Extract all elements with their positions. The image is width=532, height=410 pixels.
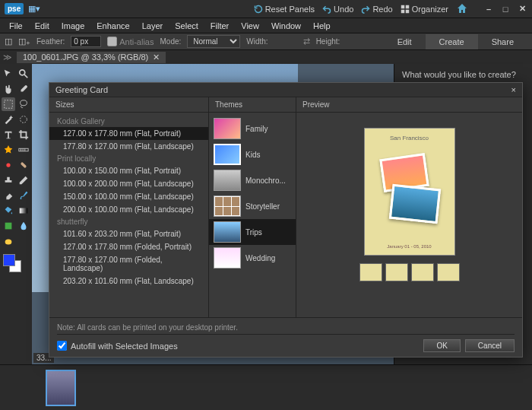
minimize-button[interactable]: –: [483, 4, 494, 14]
theme-label: Family: [245, 125, 268, 133]
themes-list[interactable]: FamilyKidsMonochro...StorytellerTripsWed…: [209, 113, 296, 317]
menu-file[interactable]: File: [3, 20, 29, 32]
size-group-label: Kodak Gallery: [49, 116, 208, 127]
selection-mode-icon[interactable]: ◫: [5, 37, 12, 46]
type-tool[interactable]: [2, 128, 15, 141]
feather-input[interactable]: [71, 36, 101, 47]
anti-alias-checkbox[interactable]: Anti-alias: [107, 37, 154, 46]
redeye-tool[interactable]: [2, 158, 15, 172]
mode-select[interactable]: Normal: [187, 35, 240, 48]
dialog-title-bar[interactable]: Greeting Card ×: [49, 83, 522, 97]
autofill-checkbox[interactable]: Autofill with Selected Images: [57, 341, 178, 351]
menu-layer[interactable]: Layer: [136, 20, 169, 32]
size-option[interactable]: 150.00 x 100.00 mm (Flat, Landscape): [49, 190, 208, 203]
preview-thumb[interactable]: [359, 263, 382, 281]
menu-enhance[interactable]: Enhance: [90, 20, 135, 32]
preview-header: Preview: [296, 97, 522, 113]
preview-thumb[interactable]: [385, 263, 408, 281]
cookie-cutter-tool[interactable]: [2, 143, 15, 157]
preview-photo-2: [388, 184, 440, 224]
tab-share[interactable]: Share: [478, 34, 527, 49]
marquee-tool[interactable]: [2, 97, 15, 111]
eyedropper-tool[interactable]: [17, 82, 30, 96]
tab-close-icon[interactable]: ✕: [153, 52, 160, 62]
doc-arrow-icon[interactable]: ≫: [3, 52, 12, 62]
selection-brush-tool[interactable]: [17, 113, 30, 126]
theme-option[interactable]: Storyteller: [209, 193, 296, 219]
theme-option[interactable]: Family: [209, 116, 296, 141]
size-option[interactable]: 200.00 x 100.00 mm (Flat, Landscape): [49, 203, 208, 216]
bucket-tool[interactable]: [2, 204, 15, 218]
zoom-tool[interactable]: [17, 67, 30, 81]
panel-menu-icon[interactable]: ▦▾: [28, 4, 40, 14]
tab-edit[interactable]: Edit: [384, 34, 426, 49]
lasso-tool[interactable]: [17, 97, 30, 111]
size-option[interactable]: 127.00 x 177.80 mm (Flat, Portrait): [49, 127, 208, 140]
tab-create[interactable]: Create: [426, 34, 478, 49]
size-option[interactable]: 100.00 x 200.00 mm (Flat, Landscape): [49, 177, 208, 190]
menu-edit[interactable]: Edit: [29, 20, 55, 32]
preview-card: San Francisco January 01 - 05, 2010: [364, 128, 455, 256]
move-tool[interactable]: [2, 67, 15, 81]
cancel-button[interactable]: Cancel: [465, 339, 515, 352]
theme-option[interactable]: Trips: [209, 219, 296, 245]
hand-tool[interactable]: [2, 82, 15, 96]
color-swatches[interactable]: [2, 254, 30, 274]
toolbox: [0, 64, 32, 364]
sizes-column: Sizes Kodak Gallery127.00 x 177.80 mm (F…: [49, 97, 209, 317]
size-option[interactable]: 203.20 x 101.60 mm (Flat, Landscape): [49, 275, 208, 288]
menu-bar: FileEditImageEnhanceLayerSelectFilterVie…: [0, 18, 532, 33]
shape-tool[interactable]: [2, 219, 15, 233]
document-tab[interactable]: 100_0601.JPG @ 33,3% (RGB/8) ✕: [17, 52, 166, 63]
straighten-tool[interactable]: [17, 143, 30, 157]
sizes-list[interactable]: Kodak Gallery127.00 x 177.80 mm (Flat, P…: [49, 113, 208, 317]
menu-help[interactable]: Help: [307, 20, 337, 32]
svg-rect-0: [401, 5, 404, 8]
theme-option[interactable]: Kids: [209, 141, 296, 167]
organizer-button[interactable]: Organizer: [401, 5, 448, 14]
bin-thumbnail[interactable]: [46, 370, 76, 406]
size-option[interactable]: 101.60 x 203.20 mm (Flat, Portrait): [49, 227, 208, 240]
dialog-close-icon[interactable]: ×: [511, 85, 516, 94]
theme-label: Storyteller: [245, 202, 280, 211]
menu-view[interactable]: View: [235, 20, 265, 32]
preview-thumb[interactable]: [437, 263, 460, 281]
size-option[interactable]: 177.80 x 127.00 mm (Flat, Landscape): [49, 140, 208, 153]
sponge-tool[interactable]: [2, 234, 15, 248]
gradient-tool[interactable]: [17, 204, 30, 218]
theme-label: Wedding: [245, 254, 275, 262]
healing-tool[interactable]: [17, 158, 30, 172]
swap-icon[interactable]: ⇄: [303, 37, 310, 46]
selection-add-icon[interactable]: ◫₊: [18, 37, 30, 46]
theme-label: Trips: [245, 228, 262, 237]
svg-rect-5: [5, 100, 13, 109]
size-option[interactable]: 127.00 x 177.80 mm (Folded, Portrait): [49, 240, 208, 253]
reset-panels-button[interactable]: Reset Panels: [254, 5, 315, 14]
close-button[interactable]: ✕: [517, 4, 527, 14]
theme-option[interactable]: Wedding: [209, 245, 296, 271]
maximize-button[interactable]: □: [500, 4, 511, 14]
menu-select[interactable]: Select: [169, 20, 204, 32]
size-group-label: shutterfly: [49, 216, 208, 227]
wand-tool[interactable]: [2, 113, 15, 126]
undo-button[interactable]: Undo: [322, 5, 353, 14]
theme-label: Monochro...: [245, 176, 286, 185]
redo-button[interactable]: Redo: [361, 5, 392, 14]
crop-tool[interactable]: [17, 128, 30, 141]
brush-tool[interactable]: [17, 189, 30, 202]
size-option[interactable]: 100.00 x 150.00 mm (Flat, Portrait): [49, 164, 208, 177]
foreground-color[interactable]: [3, 254, 15, 266]
ok-button[interactable]: OK: [423, 339, 460, 352]
theme-option[interactable]: Monochro...: [209, 167, 296, 193]
menu-window[interactable]: Window: [265, 20, 307, 32]
size-option[interactable]: 177.80 x 127.00 mm (Folded, Landscape): [49, 253, 208, 275]
blur-tool[interactable]: [17, 219, 30, 233]
home-icon[interactable]: [456, 2, 468, 16]
menu-image[interactable]: Image: [55, 20, 91, 32]
menu-filter[interactable]: Filter: [204, 20, 235, 32]
stamp-tool[interactable]: [2, 173, 15, 187]
preview-thumb[interactable]: [411, 263, 434, 281]
eraser-tool[interactable]: [2, 189, 15, 202]
pencil-tool[interactable]: [17, 173, 30, 187]
svg-rect-12: [5, 223, 12, 230]
